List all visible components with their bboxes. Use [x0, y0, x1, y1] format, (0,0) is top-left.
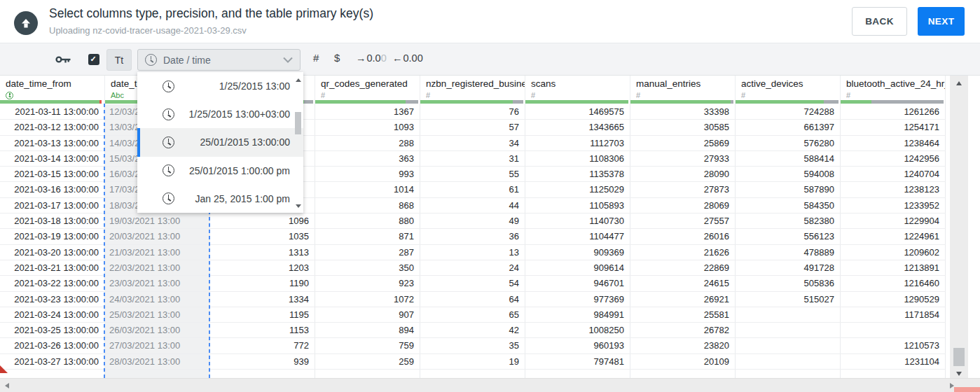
table-cell[interactable]: 1216460 [841, 276, 946, 290]
table-cell[interactable]: 977369 [525, 292, 630, 307]
table-cell[interactable]: 2021-03-13 13:00:00 [0, 136, 105, 150]
table-cell[interactable]: 34 [420, 136, 525, 150]
table-cell[interactable]: 909614 [525, 260, 630, 275]
table-cell[interactable]: 2021-03-24 13:00:00 [0, 307, 105, 322]
table-cell[interactable]: 2021-03-15 13:00:00 [0, 167, 105, 181]
table-cell[interactable]: 13 [420, 245, 525, 260]
table-cell[interactable] [525, 370, 630, 378]
scroll-up-button[interactable] [956, 81, 962, 85]
column-header[interactable]: bluetooth_active_24_hr_# [841, 76, 946, 104]
table-cell[interactable]: 1096 [210, 214, 315, 228]
table-cell[interactable]: 1125029 [525, 182, 630, 197]
column-header[interactable]: date_time_from [0, 76, 105, 104]
table-cell[interactable]: 871 [315, 229, 420, 244]
boolean-type-checkbox[interactable] [88, 54, 99, 65]
table-cell[interactable]: 19/03/2021 13:00 [105, 214, 210, 228]
table-cell[interactable]: 61 [420, 182, 525, 197]
type-select[interactable]: Date / time [137, 49, 301, 71]
table-cell[interactable]: 759 [315, 338, 420, 353]
column-header[interactable]: nzbn_registered_busine# [420, 76, 525, 104]
table-cell[interactable]: 587890 [736, 182, 841, 197]
table-cell[interactable]: 28090 [630, 167, 736, 181]
table-cell[interactable]: 2021-03-12 13:00:00 [0, 120, 105, 134]
table-cell[interactable]: 22/03/2021 13:00 [105, 260, 210, 275]
table-cell[interactable]: 984991 [525, 307, 630, 322]
table-cell[interactable]: 31 [420, 151, 525, 166]
table-cell[interactable]: 259 [315, 354, 420, 369]
table-cell[interactable]: 1105893 [525, 198, 630, 213]
dropdown-option[interactable]: 25/01/2015 1:00:00 pm [137, 157, 303, 185]
dropdown-option[interactable]: 1/25/2015 13:00 [137, 72, 303, 100]
table-cell[interactable]: 49 [420, 214, 525, 228]
table-cell[interactable]: 20109 [630, 354, 736, 369]
menu-scroll-up-button[interactable] [296, 78, 301, 82]
table-cell[interactable]: 21/03/2021 13:00 [105, 245, 210, 260]
table-cell[interactable] [736, 354, 841, 369]
table-cell[interactable]: 2021-03-22 13:00:00 [0, 276, 105, 290]
currency-type-button[interactable]: $ [334, 52, 340, 64]
next-button[interactable]: NEXT [918, 7, 965, 36]
table-cell[interactable]: 23820 [630, 338, 736, 353]
table-cell[interactable]: 2021-03-23 13:00:00 [0, 292, 105, 307]
table-cell[interactable] [736, 370, 841, 378]
table-cell[interactable]: 24/03/2021 13:00 [105, 292, 210, 307]
table-cell[interactable]: 1209602 [841, 245, 946, 260]
table-cell[interactable]: 923 [315, 276, 420, 290]
table-cell[interactable]: 288 [315, 136, 420, 150]
table-cell[interactable]: 25869 [630, 136, 736, 150]
table-cell[interactable]: 909369 [525, 245, 630, 260]
table-cell[interactable]: 19 [420, 354, 525, 369]
menu-scrollbar-thumb[interactable] [295, 112, 301, 134]
column-header[interactable]: manual_entries# [630, 76, 736, 104]
table-cell[interactable]: 2021-03-16 13:00:00 [0, 182, 105, 197]
table-cell[interactable]: 491728 [736, 260, 841, 275]
table-cell[interactable]: 588414 [736, 151, 841, 166]
table-cell[interactable]: 35 [420, 338, 525, 353]
vertical-scrollbar-thumb[interactable] [953, 348, 965, 366]
dropdown-option[interactable]: Jan 25, 2015 1:00 pm [137, 185, 303, 213]
table-cell[interactable]: 23/03/2021 13:00 [105, 276, 210, 290]
table-cell[interactable]: 1112703 [525, 136, 630, 150]
table-cell[interactable] [841, 370, 946, 378]
table-cell[interactable]: 478889 [736, 245, 841, 260]
table-cell[interactable]: 1140730 [525, 214, 630, 228]
column-header[interactable]: active_devices# [736, 76, 841, 104]
vertical-scrollbar[interactable] [950, 76, 968, 382]
table-cell[interactable]: 582380 [736, 214, 841, 228]
decrease-precision-button[interactable]: ←0.00 [392, 52, 423, 64]
table-cell[interactable]: 28/03/2021 13:00 [105, 354, 210, 369]
table-cell[interactable] [630, 370, 736, 378]
table-cell[interactable]: 64 [420, 292, 525, 307]
table-cell[interactable]: 2021-03-11 13:00:00 [0, 104, 105, 119]
horizontal-scrollbar-thumb[interactable] [954, 387, 980, 392]
increase-precision-button[interactable]: →0.00 [356, 52, 387, 64]
table-cell[interactable]: 1240704 [841, 167, 946, 181]
table-cell[interactable]: 26016 [630, 229, 736, 244]
text-type-button[interactable]: Tt [106, 49, 132, 71]
table-cell[interactable]: 76 [420, 104, 525, 119]
table-cell[interactable]: 26921 [630, 292, 736, 307]
table-cell[interactable]: 2021-03-25 13:00:00 [0, 323, 105, 337]
table-cell[interactable]: 556123 [736, 229, 841, 244]
menu-scrollbar[interactable] [294, 72, 303, 213]
table-cell[interactable]: 1203 [210, 260, 315, 275]
table-cell[interactable] [736, 323, 841, 337]
table-cell[interactable]: 27873 [630, 182, 736, 197]
table-cell[interactable]: 960193 [525, 338, 630, 353]
table-cell[interactable]: 26/03/2021 13:00 [105, 323, 210, 337]
table-cell[interactable]: 1213891 [841, 260, 946, 275]
number-type-button[interactable]: # [313, 52, 319, 64]
table-cell[interactable]: 287 [315, 245, 420, 260]
table-cell[interactable]: 1290529 [841, 292, 946, 307]
column-header[interactable]: qr_codes_generated# [315, 76, 420, 104]
horizontal-scrollbar[interactable] [0, 378, 980, 392]
table-cell[interactable]: 1035 [210, 229, 315, 244]
table-cell[interactable]: 1171854 [841, 307, 946, 322]
table-cell[interactable]: 939 [210, 354, 315, 369]
table-cell[interactable]: 65 [420, 307, 525, 322]
table-cell[interactable]: 25/03/2021 13:00 [105, 307, 210, 322]
table-cell[interactable]: 1254171 [841, 120, 946, 134]
table-cell[interactable]: 1367 [315, 104, 420, 119]
table-cell[interactable] [736, 338, 841, 353]
scroll-down-button[interactable] [956, 372, 962, 376]
